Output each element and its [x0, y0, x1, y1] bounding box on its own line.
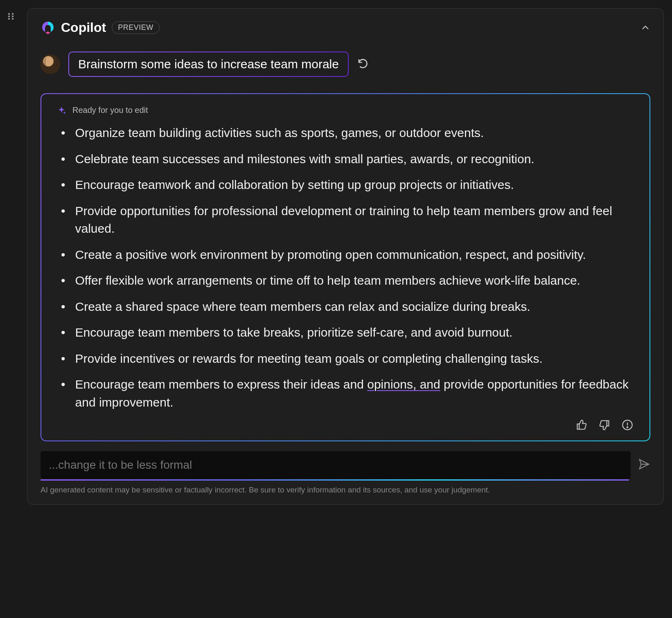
list-item[interactable]: Encourage team members to express their … — [58, 375, 633, 411]
thumbs-down-icon[interactable] — [599, 419, 610, 431]
input-row — [41, 451, 650, 480]
list-item[interactable]: Encourage team members to take breaks, p… — [58, 324, 633, 342]
preview-badge: PREVIEW — [112, 21, 160, 34]
copilot-panel: Copilot PREVIEW Brainstorm some ideas to… — [27, 8, 664, 505]
panel-title: Copilot — [61, 20, 106, 35]
response-card: Ready for you to edit Organize team buil… — [41, 93, 650, 441]
prompt-row: Brainstorm some ideas to increase team m… — [41, 52, 650, 77]
list-item[interactable]: Encourage teamwork and collaboration by … — [58, 176, 633, 194]
svg-point-2 — [627, 427, 628, 428]
prompt-text: Brainstorm some ideas to increase team m… — [69, 52, 348, 76]
list-item[interactable]: Provide opportunities for professional d… — [58, 202, 633, 238]
refine-input[interactable] — [41, 451, 631, 479]
prompt-pill[interactable]: Brainstorm some ideas to increase team m… — [68, 52, 349, 77]
list-item[interactable]: Create a shared space where team members… — [58, 298, 633, 316]
idea-list: Organize team building activities such a… — [58, 124, 633, 411]
sparkle-icon — [58, 106, 67, 115]
send-button[interactable] — [638, 458, 650, 472]
ready-label: Ready for you to edit — [72, 106, 148, 115]
copilot-logo-icon — [41, 20, 55, 35]
list-item[interactable]: Organize team building activities such a… — [58, 124, 633, 142]
list-item[interactable]: Offer flexible work arrangements or time… — [58, 272, 633, 290]
grammar-underline[interactable]: opinions, and — [367, 378, 440, 391]
report-icon[interactable] — [622, 419, 633, 431]
list-item[interactable]: Create a positive work environment by pr… — [58, 246, 633, 264]
collapse-chevron-icon[interactable] — [640, 23, 650, 33]
thumbs-up-icon[interactable] — [576, 419, 587, 431]
list-item[interactable]: Provide incentives or rewards for meetin… — [58, 350, 633, 368]
list-item[interactable]: Celebrate team successes and milestones … — [58, 150, 633, 168]
undo-button[interactable] — [357, 57, 369, 71]
drag-handle-icon[interactable] — [8, 13, 15, 20]
user-avatar — [41, 54, 60, 74]
ai-disclaimer: AI generated content may be sensitive or… — [41, 485, 650, 494]
panel-header: Copilot PREVIEW — [41, 20, 650, 35]
